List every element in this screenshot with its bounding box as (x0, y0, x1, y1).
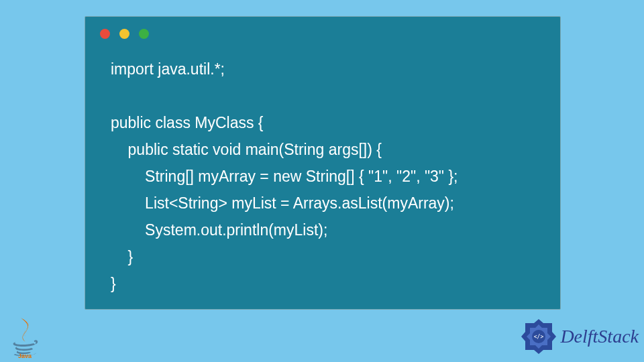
maximize-icon (139, 29, 149, 39)
code-window: import java.util.*; public class MyClass… (85, 16, 561, 310)
java-logo-icon: Java (9, 315, 40, 358)
minimize-icon (119, 29, 129, 39)
traffic-lights (100, 29, 149, 39)
delftstack-logo-icon: </> (520, 318, 557, 355)
svg-text:</>: </> (534, 334, 544, 340)
code-block: import java.util.*; public class MyClass… (111, 56, 540, 297)
delftstack-brand: </> DelftStack (520, 318, 639, 355)
close-icon (100, 29, 110, 39)
delftstack-label: DelftStack (560, 326, 639, 347)
java-label: Java (18, 353, 32, 358)
